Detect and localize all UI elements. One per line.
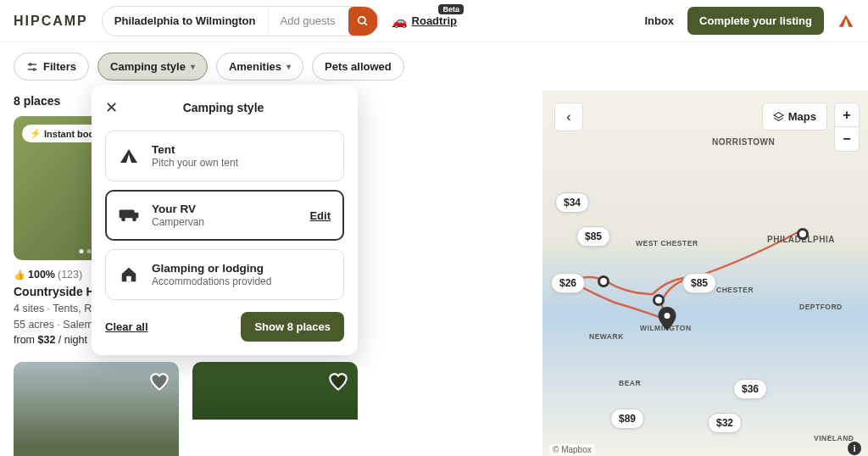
svg-point-4 xyxy=(30,63,31,64)
listing-image[interactable] xyxy=(192,362,358,420)
map-place-label: WEST CHESTER xyxy=(636,239,698,247)
search-button[interactable] xyxy=(348,7,377,36)
amenities-chip[interactable]: Amenities ▾ xyxy=(216,53,303,81)
sliders-icon xyxy=(26,61,38,73)
house-icon xyxy=(118,264,140,286)
camping-style-label: Camping style xyxy=(110,60,186,73)
layers-icon xyxy=(773,111,784,122)
rv-icon xyxy=(118,204,140,226)
map[interactable]: ‹ Maps + − $34$85$26$85$36$89$32 NORRIST… xyxy=(542,91,868,456)
map-place-label: DEPTFORD xyxy=(799,303,843,311)
map-place-label: BEAR xyxy=(619,379,641,387)
camping-style-popover: ✕ Camping style TentPitch your own tent … xyxy=(92,85,358,355)
maps-layer-button[interactable]: Maps xyxy=(762,103,827,131)
map-info-button[interactable]: i xyxy=(848,442,861,455)
edit-link[interactable]: Edit xyxy=(309,209,331,222)
map-price-pin[interactable]: $85 xyxy=(682,273,716,293)
header: HIPCAMP Philadelphia to Wilmington Add g… xyxy=(0,0,868,42)
map-place-label: NORRISTOWN xyxy=(712,137,775,147)
heart-icon[interactable] xyxy=(148,370,170,392)
svg-marker-6 xyxy=(774,113,783,119)
map-price-pin[interactable]: $34 xyxy=(555,192,589,213)
car-icon: 🚗 xyxy=(392,14,407,28)
svg-point-7 xyxy=(665,313,670,319)
logo[interactable]: HIPCAMP xyxy=(14,14,88,29)
map-pin-icon xyxy=(658,307,676,331)
map-price-pin[interactable]: $36 xyxy=(733,379,767,399)
roadtrip-label: Roadtrip xyxy=(412,14,457,27)
listing-card[interactable]: 👍100% (46) Creekside Grill 2 sites · Ten… xyxy=(14,362,179,456)
option-glamping[interactable]: Glamping or lodgingAccommodations provid… xyxy=(105,249,344,300)
svg-rect-9 xyxy=(131,213,138,219)
search-destination[interactable]: Philadelphia to Wilmington xyxy=(103,7,268,36)
map-price-pin[interactable]: $26 xyxy=(551,273,585,293)
map-place-label: CHESTER xyxy=(716,286,754,294)
search-guests[interactable]: Add guests xyxy=(268,7,348,36)
svg-rect-12 xyxy=(126,276,131,281)
tent-icon[interactable] xyxy=(837,13,854,30)
map-zoom: + − xyxy=(834,103,860,152)
svg-point-10 xyxy=(121,217,125,221)
pets-label: Pets allowed xyxy=(325,60,392,73)
listing-card[interactable] xyxy=(192,362,358,456)
show-results-button[interactable]: Show 8 places xyxy=(241,312,344,342)
bolt-icon: ⚡ xyxy=(30,128,42,139)
search-bar: Philadelphia to Wilmington Add guests xyxy=(102,6,379,36)
popover-title: Camping style xyxy=(118,101,329,114)
map-waypoint xyxy=(598,275,609,287)
svg-point-5 xyxy=(33,68,35,70)
tent-icon xyxy=(118,145,140,167)
camping-style-chip[interactable]: Camping style ▾ xyxy=(97,53,208,81)
clear-all-link[interactable]: Clear all xyxy=(105,320,148,333)
amenities-label: Amenities xyxy=(229,60,281,73)
map-price-pin[interactable]: $89 xyxy=(610,409,644,429)
map-price-pin[interactable]: $85 xyxy=(576,226,610,247)
inbox-link[interactable]: Inbox xyxy=(644,14,674,27)
roadtrip-link[interactable]: 🚗 Roadtrip Beta xyxy=(392,14,457,28)
map-place-label: VINELAND xyxy=(814,434,854,442)
chevron-left-icon: ‹ xyxy=(566,109,570,125)
chevron-down-icon: ▾ xyxy=(191,62,195,71)
option-rv[interactable]: Your RVCampervan Edit xyxy=(105,190,344,241)
search-icon xyxy=(357,15,369,27)
complete-listing-button[interactable]: Complete your listing xyxy=(687,7,824,35)
heart-icon[interactable] xyxy=(327,370,349,392)
svg-point-11 xyxy=(132,217,136,221)
svg-point-0 xyxy=(358,16,364,23)
thumbs-up-icon: 👍 xyxy=(14,268,25,282)
svg-line-1 xyxy=(364,22,366,25)
listing-image[interactable] xyxy=(14,362,179,456)
zoom-in-button[interactable]: + xyxy=(835,103,859,127)
map-waypoint xyxy=(653,294,665,306)
map-attribution: © Mapbox xyxy=(549,444,595,455)
map-price-pin[interactable]: $32 xyxy=(708,413,742,433)
chevron-down-icon: ▾ xyxy=(287,62,291,71)
option-tent[interactable]: TentPitch your own tent xyxy=(105,131,344,181)
beta-badge: Beta xyxy=(438,4,464,14)
filters-label: Filters xyxy=(43,60,76,73)
map-place-label: NEWARK xyxy=(589,332,624,341)
map-back-button[interactable]: ‹ xyxy=(554,103,583,131)
pets-chip[interactable]: Pets allowed xyxy=(312,53,404,81)
filter-bar: Filters Camping style ▾ Amenities ▾ Pets… xyxy=(0,42,868,91)
zoom-out-button[interactable]: − xyxy=(835,127,859,151)
map-endpoint xyxy=(797,228,809,240)
filters-button[interactable]: Filters xyxy=(14,53,89,81)
close-button[interactable]: ✕ xyxy=(105,98,118,117)
